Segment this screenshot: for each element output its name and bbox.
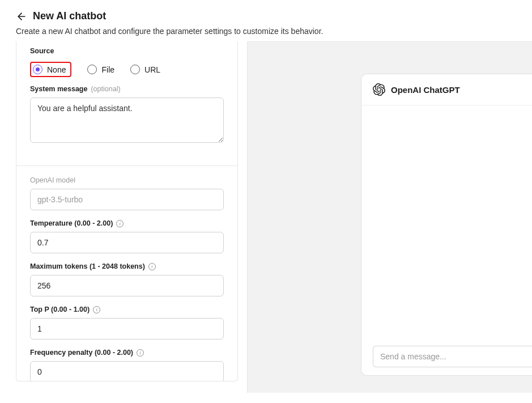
max-tokens-input[interactable]: [30, 275, 224, 296]
source-radio-file[interactable]: File: [87, 65, 114, 74]
source-none-highlight: None: [30, 62, 71, 77]
chat-body: [361, 105, 532, 338]
source-label: Source: [30, 47, 224, 55]
temperature-input[interactable]: [30, 232, 224, 253]
frequency-penalty-input[interactable]: [30, 361, 224, 381]
page-subtitle: Create a new AI chatbot and configure th…: [16, 27, 516, 36]
info-icon[interactable]: i: [137, 349, 144, 357]
back-button[interactable]: [16, 11, 27, 22]
radio-icon: [33, 65, 42, 74]
preview-pane: OpenAI ChatGPT: [247, 41, 532, 393]
page-title: New AI chatbot: [33, 10, 106, 22]
frequency-penalty-label: Frequency penalty (0.00 - 2.00) i: [30, 349, 224, 357]
system-message-label: System message (optional): [30, 85, 224, 93]
top-p-input[interactable]: [30, 318, 224, 340]
top-p-label: Top P (0.00 - 1.00) i: [30, 306, 224, 313]
model-label: OpenAI model: [30, 176, 224, 184]
info-icon[interactable]: i: [93, 306, 100, 313]
temperature-label: Temperature (0.00 - 2.00) i: [30, 219, 224, 227]
source-radio-none[interactable]: None: [33, 65, 66, 74]
radio-icon: [130, 65, 140, 74]
source-radio-group: None File URL: [30, 60, 224, 77]
openai-icon: [373, 83, 385, 96]
chat-card: OpenAI ChatGPT: [361, 74, 532, 376]
info-icon[interactable]: i: [148, 263, 156, 270]
radio-label: URL: [144, 65, 160, 74]
model-input: [30, 189, 224, 210]
max-tokens-label: Maximum tokens (1 - 2048 tokens) i: [30, 262, 224, 270]
page-header: New AI chatbot Create a new AI chatbot a…: [0, 0, 532, 36]
radio-icon: [87, 65, 97, 74]
info-icon[interactable]: i: [116, 220, 124, 227]
chat-message-input[interactable]: [373, 346, 532, 367]
chat-header: OpenAI ChatGPT: [361, 74, 532, 105]
arrow-left-icon: [16, 11, 27, 22]
radio-label: File: [101, 65, 114, 74]
chat-title: OpenAI ChatGPT: [391, 85, 460, 95]
config-panel: Source None File URL: [16, 41, 238, 381]
source-radio-url[interactable]: URL: [130, 65, 160, 74]
radio-label: None: [47, 65, 66, 74]
system-message-input[interactable]: [30, 97, 224, 143]
